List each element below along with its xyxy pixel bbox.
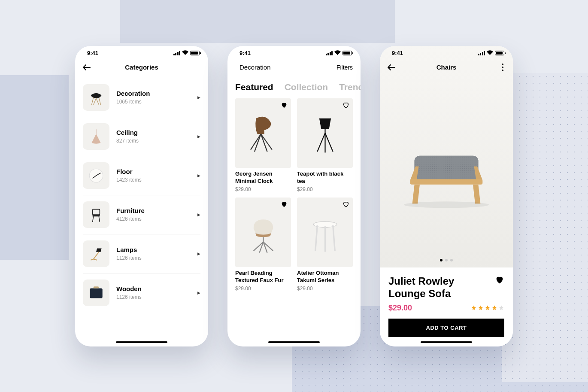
svg-rect-8 [93,209,100,215]
product-price: $29.00 [297,286,353,292]
product-image [297,98,353,168]
screen-decoration: 9:41 Decoration Filters Featured Collect… [227,46,361,346]
home-indicator [421,341,472,343]
image-pagination[interactable] [440,259,453,261]
product-name: Teapot with black tea [297,170,353,185]
tabs: Featured Collection Trend [227,76,361,97]
page-title: Categories [125,64,158,71]
category-thumb [83,162,109,189]
battery-icon [342,51,352,55]
category-count: 827 items [116,138,191,144]
chevron-right-icon: ▶ [197,252,200,256]
status-time: 9:41 [392,50,403,56]
heart-icon[interactable] [281,102,288,109]
svg-line-23 [325,133,333,152]
svg-line-14 [94,259,97,260]
status-bar: 9:41 [380,46,513,59]
tab-collection[interactable]: Collection [285,82,328,92]
svg-rect-38 [410,179,483,184]
product-grid: Georg Jensen Minimal Clock $29.00 Teapot… [227,97,361,346]
category-item-wooden[interactable]: Wooden 1126 items ▶ [83,273,200,312]
svg-line-13 [91,259,93,260]
home-indicator [268,341,320,343]
category-name: Furniture [116,207,191,214]
category-list: Decoration 1065 items ▶ Ceiling 827 item… [75,76,208,346]
svg-line-1 [99,97,100,105]
signal-icon [173,51,181,55]
category-thumb [83,123,109,150]
page-dot[interactable] [450,259,453,261]
category-name: Wooden [116,285,191,292]
product-price: $29.00 [297,186,353,192]
product-card[interactable]: Georg Jensen Minimal Clock $29.00 [235,98,291,192]
page-title: Decoration [239,64,271,71]
heart-icon[interactable] [342,201,349,208]
product-hero-image[interactable] [380,46,513,267]
svg-line-19 [261,134,272,149]
svg-line-18 [261,134,267,152]
chevron-right-icon: ▶ [197,95,200,100]
heart-icon[interactable] [495,275,504,285]
category-count: 1126 items [116,294,191,300]
back-icon[interactable] [388,64,395,70]
svg-line-12 [94,252,99,259]
svg-line-10 [93,216,94,222]
product-image [297,198,353,267]
svg-point-39 [404,201,489,208]
chevron-right-icon: ▶ [197,291,200,295]
page-dot[interactable] [440,259,443,261]
svg-rect-9 [93,215,100,216]
category-count: 1065 items [116,99,191,105]
category-item-floor[interactable]: Floor 1423 items ▶ [83,156,200,195]
add-to-cart-button[interactable]: ADD TO CART [388,319,504,337]
category-item-furniture[interactable]: Furniture 4126 items ▶ [83,195,200,234]
heart-icon[interactable] [281,201,288,208]
category-item-decoration[interactable]: Decoration 1065 items ▶ [83,78,200,117]
category-name: Floor [116,168,191,175]
wifi-icon [487,50,493,56]
category-count: 1423 items [116,177,191,183]
status-indicators [173,50,200,56]
category-name: Decoration [116,90,191,97]
category-item-lamps[interactable]: Lamps 1126 items ▶ [83,234,200,273]
category-count: 1126 items [116,255,191,261]
battery-icon [190,51,200,55]
product-price: $29.00 [235,286,291,292]
category-item-ceiling[interactable]: Ceiling 827 items ▶ [83,117,200,156]
screen-product-detail: 9:41 Chairs [380,46,513,346]
product-price: $29.00 [235,186,291,192]
category-name: Ceiling [116,129,191,136]
svg-rect-16 [94,286,99,288]
heart-icon[interactable] [342,102,349,109]
status-indicators [478,50,505,56]
more-icon[interactable] [500,62,505,73]
tab-featured[interactable]: Featured [235,82,273,92]
signal-icon [478,51,485,55]
page-title: Chairs [436,64,457,71]
chevron-right-icon: ▶ [197,173,200,178]
svg-line-11 [99,216,100,222]
svg-line-22 [317,133,325,152]
status-time: 9:41 [239,50,251,56]
product-name: Atelier Ottoman Takumi Series [297,270,353,284]
signal-icon [326,51,333,55]
page-dot[interactable] [445,259,448,261]
filters-button[interactable]: Filters [336,64,353,71]
product-title: Juliet Rowley Lounge Sofa [388,275,491,300]
detail-panel: Juliet Rowley Lounge Sofa $29.00 ADD TO … [380,267,513,346]
svg-line-32 [333,225,335,251]
status-indicators [326,50,352,56]
product-card[interactable]: Pearl Beading Textured Faux Fur $29.00 [235,198,291,292]
product-card[interactable]: Teapot with black tea $29.00 [297,98,353,192]
product-card[interactable]: Atelier Ottoman Takumi Series $29.00 [297,198,353,292]
status-bar: 9:41 [227,46,361,59]
status-bar: 9:41 [75,46,208,59]
category-thumb [83,84,109,111]
rating-stars [471,305,504,311]
category-thumb [83,280,109,306]
nav-bar: Decoration Filters [227,59,361,76]
back-icon[interactable] [83,64,91,70]
tab-trend[interactable]: Trend [339,82,361,92]
nav-bar: Chairs [380,59,513,76]
category-name: Lamps [116,246,191,253]
